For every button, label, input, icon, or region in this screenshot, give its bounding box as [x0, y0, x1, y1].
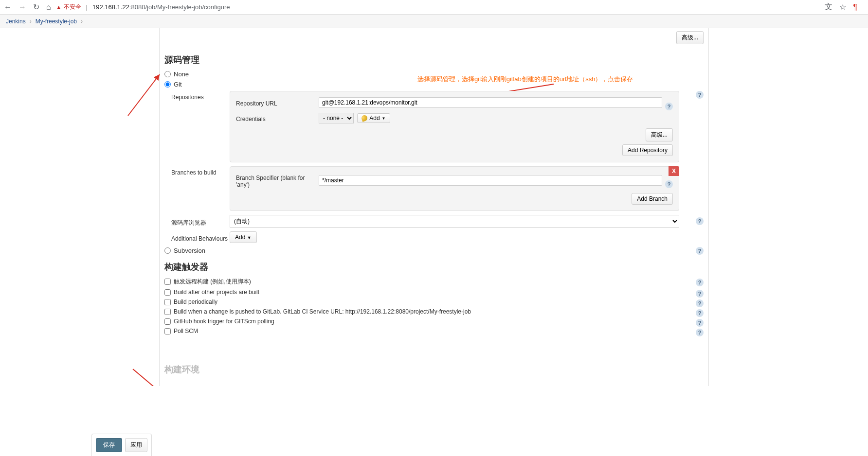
build-env-ghost-title: 构建环境 [164, 364, 199, 375]
help-icon[interactable]: ? [696, 247, 704, 255]
nav-icons: ← → ↻ ⌂ [4, 2, 51, 12]
scm-none-radio[interactable] [164, 71, 171, 77]
breadcrumb: Jenkins › My-freestyle-job › [0, 15, 868, 28]
breadcrumb-sep: › [81, 18, 83, 25]
svg-line-2 [133, 369, 164, 386]
annotation-arrow-bottom [130, 367, 169, 386]
trigger-remote-checkbox[interactable] [164, 279, 171, 285]
warning-icon: ▲ [56, 4, 62, 11]
trigger-remote-label: 触发远程构建 (例如,使用脚本) [174, 278, 251, 286]
trigger-pollscm-label: Poll SCM [174, 328, 198, 334]
trigger-periodic-label: Build periodically [174, 298, 217, 305]
trigger-periodic-checkbox[interactable] [164, 299, 171, 305]
help-icon[interactable]: ? [665, 103, 673, 110]
credentials-label: Credentials [236, 114, 319, 123]
key-icon [361, 114, 368, 122]
help-icon[interactable]: ? [696, 329, 704, 336]
address-bar[interactable]: ▲ 不安全 | 192.168.1.22:8080/job/My-freesty… [56, 3, 820, 11]
add-credentials-button[interactable]: Add▼ [357, 113, 390, 123]
advanced-button-top[interactable]: 高级... [676, 31, 704, 44]
advanced-button-repo[interactable]: 高级... [646, 128, 673, 141]
translate-icon[interactable]: 文 [825, 2, 832, 12]
insecure-badge: ▲ 不安全 [56, 3, 81, 11]
repository-block: Repository URL ? Credentials - none - [230, 91, 679, 162]
pilcrow-icon[interactable]: ¶ [853, 3, 857, 12]
config-form: 高级... 选择源码管理，选择git输入刚刚gitlab创建的项目的url地址（… [159, 28, 709, 386]
help-icon[interactable]: ? [696, 217, 704, 225]
repo-url-label: Repository URL [236, 98, 319, 107]
add-branch-button[interactable]: Add Branch [632, 193, 673, 205]
trigger-gitlab-label: Build when a change is pushed to GitLab.… [174, 308, 471, 315]
annotation-arrow-left [126, 67, 164, 121]
trigger-gitlab-checkbox[interactable] [164, 309, 171, 315]
add-behaviour-label: Add [235, 234, 245, 241]
repo-browser-select[interactable]: (自动) [230, 215, 679, 228]
add-behaviour-button[interactable]: Add ▼ [230, 231, 257, 243]
insecure-label: 不安全 [64, 3, 81, 11]
add-repository-button[interactable]: Add Repository [622, 144, 673, 156]
add-cred-label: Add [369, 115, 380, 122]
browser-right-icons: 文 ☆ ¶ [825, 2, 864, 12]
repositories-label: Repositories [171, 91, 230, 101]
credentials-select[interactable]: - none - [319, 113, 354, 123]
scm-section-title: 源码管理 [164, 54, 704, 66]
help-icon[interactable]: ? [696, 279, 704, 286]
breadcrumb-root[interactable]: Jenkins [6, 18, 26, 25]
url-path: :8080/job/My-freestyle-job/configure [129, 3, 230, 11]
bookmark-icon[interactable]: ☆ [839, 2, 846, 12]
trigger-after-label: Build after other projects are built [174, 289, 259, 296]
svg-line-0 [128, 74, 160, 116]
annotation-text: 选择源码管理，选择git输入刚刚gitlab创建的项目的url地址（ssh），点… [417, 75, 633, 84]
breadcrumb-job[interactable]: My-freestyle-job [36, 18, 77, 25]
branch-specifier-label: Branch Specifier (blank for 'any') [236, 173, 319, 188]
forward-icon[interactable]: → [18, 3, 26, 12]
url-text: 192.168.1.22:8080/job/My-freestyle-job/c… [92, 3, 230, 11]
scm-subversion-label: Subversion [174, 247, 205, 254]
back-icon[interactable]: ← [4, 3, 12, 12]
scm-git-radio[interactable] [164, 81, 171, 88]
scm-git-label: Git [174, 81, 182, 88]
branch-specifier-input[interactable] [319, 175, 662, 186]
branch-block: X Branch Specifier (blank for 'any') ? A… [230, 166, 679, 211]
home-icon[interactable]: ⌂ [46, 3, 51, 12]
trigger-github-label: GitHub hook trigger for GITScm polling [174, 318, 274, 325]
help-icon[interactable]: ? [696, 91, 704, 99]
help-icon[interactable]: ? [696, 290, 704, 298]
browser-toolbar: ← → ↻ ⌂ ▲ 不安全 | 192.168.1.22:8080/job/My… [0, 0, 868, 15]
reload-icon[interactable]: ↻ [33, 2, 39, 12]
delete-branch-button[interactable]: X [669, 166, 679, 176]
trigger-after-checkbox[interactable] [164, 289, 171, 296]
help-icon[interactable]: ? [696, 319, 704, 327]
help-icon[interactable]: ? [696, 299, 704, 307]
url-host: 192.168.1.22 [92, 3, 129, 11]
trigger-pollscm-checkbox[interactable] [164, 328, 171, 334]
repo-url-input[interactable] [319, 97, 662, 108]
help-icon[interactable]: ? [696, 309, 704, 317]
scm-subversion-radio[interactable] [164, 247, 171, 254]
scm-none-label: None [174, 70, 189, 78]
trigger-github-checkbox[interactable] [164, 318, 171, 325]
triggers-section-title: 构建触发器 [164, 261, 704, 273]
branches-label: Branches to build [171, 166, 230, 176]
divider: | [86, 3, 88, 11]
repo-browser-label: 源码库浏览器 [171, 216, 230, 227]
help-icon[interactable]: ? [665, 180, 673, 188]
breadcrumb-sep: › [30, 18, 32, 25]
addl-behaviours-label: Additional Behaviours [171, 232, 230, 242]
